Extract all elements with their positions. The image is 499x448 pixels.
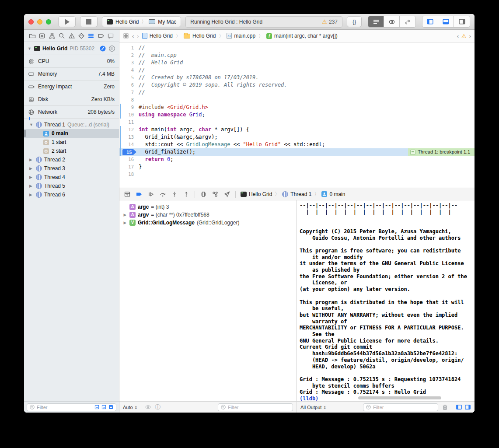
step-into-button[interactable] [171,191,178,198]
jumpbar-item[interactable]: fmain(int argc, char * argv[]) [266,33,338,39]
code-line[interactable]: 13 Grid_init(&argc,&argv); [119,133,475,141]
code-line[interactable]: 16 return 0; [119,156,475,163]
code-line[interactable]: 17} [119,163,475,171]
variables-view-toggle[interactable] [456,404,462,410]
source-editor[interactable]: 1//2// main.cpp3// Hello Grid4//5// Crea… [119,42,475,188]
navigator-tab-issue[interactable] [68,32,76,40]
memory-graph-button[interactable] [212,191,219,198]
gauge-row-memory[interactable]: Memory7.4 MB [24,68,119,80]
code-line[interactable]: 6// Copyright © 2019 sopa. All rights re… [119,81,475,89]
navigator-tab-test[interactable] [77,32,85,40]
standard-editor-button[interactable] [368,16,384,27]
code-line[interactable]: 4// [119,66,475,74]
inspector-panel-button[interactable] [454,16,470,27]
stop-button[interactable] [80,16,98,27]
debug-crumb-item[interactable]: Thread 1 [282,191,311,197]
code-line[interactable]: 3// Hello Grid [119,59,475,66]
disclosure-triangle-icon[interactable]: ▶ [29,175,34,179]
debug-crumb-item[interactable]: 0 main [321,191,345,197]
debug-view-mode-buttons[interactable] [94,404,114,410]
go-forward-button[interactable]: › [137,33,139,39]
debug-view-mode-icon[interactable] [108,404,114,410]
disclosure-triangle-icon[interactable]: ▶ [29,158,34,162]
debug-view-mode-icon[interactable] [94,404,100,410]
version-editor-button[interactable] [400,16,415,27]
pause-debug-icon[interactable] [99,45,106,52]
code-snippet-button[interactable]: {} [347,16,362,27]
step-out-button[interactable] [183,191,190,198]
gauge-row-energy-impact[interactable]: Energy ImpactZero [24,80,119,93]
code-line[interactable]: 2// main.cpp [119,52,475,59]
navigator-tab-report[interactable] [107,32,115,40]
breakpoints-toggle-button[interactable] [136,191,143,198]
disclosure-triangle-icon[interactable]: ▶ [29,192,34,197]
variable-row[interactable]: ▶Aargv = (char **) 0x7ffeefbff568 [121,211,295,219]
navigator-tab-source-control[interactable] [38,32,46,40]
console-output-dropdown[interactable]: All Output ⇕ [300,405,326,410]
memory-gauge-icon[interactable] [108,45,115,52]
navigator-tab-find[interactable] [58,32,66,40]
process-row[interactable]: ▼ Hello Grid PID 55302 [24,42,119,55]
console-view[interactable]: --|--|--|--|--|--|--|--|--|--|--|--|--|-… [297,200,475,401]
disclosure-triangle-icon[interactable]: ▶ [29,184,34,188]
variable-row[interactable]: ▶VGrid::GridLogMessage (Grid::GridLogger… [121,219,295,227]
debug-view-mode-icon[interactable] [101,404,107,410]
prev-issue-button[interactable]: ‹ [457,33,459,39]
navigator-filter-field[interactable]: Filter [27,403,116,411]
next-issue-button[interactable]: › [469,33,471,39]
step-over-button[interactable] [159,191,166,198]
gauge-row-disk[interactable]: DiskZero KB/s [24,93,119,106]
code-line[interactable]: 8 [119,96,475,104]
stack-frame-row[interactable]: ⚙1 start [24,138,119,147]
console-filter-field[interactable]: Filter [363,403,438,411]
continue-button[interactable] [147,191,154,198]
activity-viewer[interactable]: Running Hello Grid : Hello Grid ⚠ 237 [185,16,342,28]
code-line[interactable]: 9#include <Grid/Grid.h> [119,104,475,111]
navigator-tab-project[interactable] [28,32,36,40]
navigator-tab-breakpoint[interactable] [97,32,105,40]
hide-debug-area-button[interactable] [124,191,131,198]
disclosure-triangle-icon[interactable]: ▼ [28,46,32,51]
breakpoint-arrow-badge[interactable]: 15 [122,149,136,155]
jumpbar-item[interactable]: c+main.cpp [227,33,255,39]
thread-row[interactable]: ▼Thread 1Queue:...d (serial) [24,120,119,129]
assistant-editor-button[interactable] [384,16,400,27]
navigator-tab-symbol[interactable] [48,32,56,40]
thread-row[interactable]: ▶Thread 5 [24,182,119,190]
code-line[interactable]: 5// Created by s1786208 on 17/03/2019. [119,74,475,81]
info-icon[interactable]: ⓘ [155,403,161,411]
jumpbar-item[interactable]: Hello Grid [142,33,173,39]
go-back-button[interactable]: ‹ [132,33,134,39]
debug-area-panel-button[interactable] [438,16,454,27]
minimize-window-button[interactable] [37,19,42,24]
thread-row[interactable]: ▶Thread 2 [24,155,119,164]
disclosure-triangle-icon[interactable]: ▶ [29,166,34,171]
code-line[interactable]: 7// [119,89,475,96]
variables-scope-dropdown[interactable]: Auto ⇕ [123,405,137,410]
disclosure-triangle-icon[interactable]: ▼ [29,122,34,127]
disclosure-triangle-icon[interactable]: ▶ [123,220,127,225]
close-window-button[interactable] [28,19,34,24]
code-line[interactable]: 14 std::cout << GridLogMessage << "Hello… [119,141,475,148]
scheme-selector[interactable]: Hello Grid 〉 My Mac [102,16,181,27]
related-items-icon[interactable] [123,33,129,39]
stack-frame-row[interactable]: ⚙2 start [24,147,119,155]
code-line[interactable]: 1// [119,44,475,52]
code-line[interactable]: 12int main(int argc, char * argv[]) { [119,126,475,133]
simulate-location-button[interactable] [223,191,230,198]
navigator-panel-button[interactable] [422,16,438,27]
trash-icon[interactable] [442,404,448,410]
navigator-tab-debug[interactable] [87,32,95,40]
gauge-row-network[interactable]: Network208 bytes/s [24,106,119,119]
console-view-toggle[interactable] [464,404,471,410]
code-line[interactable]: 10using namespace Grid; [119,111,475,119]
quicklook-eye-icon[interactable] [145,404,151,410]
thread-row[interactable]: ▶Thread 6 [24,190,119,199]
code-line[interactable]: 18 [119,171,475,178]
issue-warning-icon[interactable]: ⚠ [461,33,467,39]
thread-row[interactable]: ▶Thread 3 [24,164,119,173]
thread-row[interactable]: ▶Thread 4 [24,173,119,182]
view-hierarchy-button[interactable] [200,191,207,198]
issues-badge[interactable]: ⚠ 237 [322,19,338,25]
breakpoint-annotation[interactable]: Thread 1: breakpoint 1.1 [408,148,475,156]
